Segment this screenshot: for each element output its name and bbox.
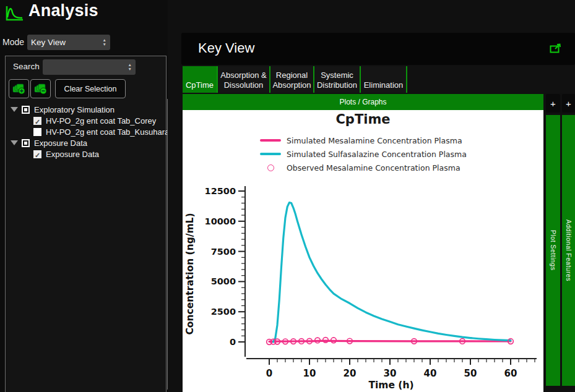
tree-item-label: Exposure Data [46, 150, 99, 159]
legend-item: Simulated Sulfasalazine Concentration Pl… [260, 147, 467, 161]
svg-text:7500: 7500 [211, 247, 236, 257]
selection-panel: Search Clear Selection [5, 56, 166, 392]
svg-text:5000: 5000 [211, 276, 236, 286]
key-view-header: Key View [181, 33, 575, 65]
svg-text:Concentration (ng/mL): Concentration (ng/mL) [184, 213, 196, 334]
clear-selection-label: Clear Selection [64, 85, 117, 93]
svg-text:10000: 10000 [205, 216, 236, 226]
svg-text:10: 10 [303, 368, 316, 379]
simulation-tree: Exploratory Simulation HV-PO_2g ent coat… [6, 104, 160, 160]
legend-item: Observed Mesalamine Concentration Plasma [260, 161, 467, 174]
svg-text:50: 50 [464, 368, 477, 379]
tree-item-exposure-data[interactable]: Exposure Data [6, 148, 160, 160]
plots-graphs-label: Plots / Graphs [339, 98, 386, 106]
svg-text:Time (h): Time (h) [368, 380, 413, 391]
legend-line-swatch [260, 153, 281, 155]
tab-absorption-dissolution[interactable]: Absorption & Dissolution [218, 66, 269, 93]
additional-features-label: Additional Features [565, 219, 573, 281]
plot-settings-label: Plot Settings [550, 230, 557, 270]
collapse-triangle-icon[interactable] [11, 140, 18, 145]
svg-text:0: 0 [230, 337, 236, 347]
plot-canvas: CpTime Simulated Mesalamine Concentratio… [183, 110, 543, 392]
mode-label: Mode [2, 37, 24, 47]
tree-group-exploratory-simulation[interactable]: Exploratory Simulation [6, 104, 160, 115]
tab-regional-absorption[interactable]: Regional Absorption [270, 66, 313, 93]
plot-settings-expand-button[interactable]: + [546, 94, 560, 113]
item-checkbox[interactable] [33, 117, 41, 125]
view-tabs: CpTime Absorption & Dissolution Regional… [183, 66, 575, 93]
concentration-time-chart: 025005000750010000125000102030405060Conc… [183, 176, 543, 392]
legend-label: Simulated Mesalamine Concentration Plasm… [287, 136, 462, 145]
chart-title: CpTime [183, 112, 543, 127]
legend-label: Simulated Sulfasalazine Concentration Pl… [287, 150, 467, 159]
item-checkbox[interactable] [33, 150, 41, 158]
clear-selection-button[interactable]: Clear Selection [55, 79, 126, 98]
chart-legend: Simulated Mesalamine Concentration Plasm… [260, 134, 467, 174]
tab-systemic-distribution[interactable]: Systemic Distribution [314, 66, 360, 93]
legend-label: Observed Mesalamine Concentration Plasma [287, 163, 460, 173]
svg-text:12500: 12500 [205, 186, 236, 196]
mode-select[interactable]: Key View [27, 35, 110, 50]
search-label: Search [13, 62, 40, 71]
tab-separator [406, 66, 407, 93]
key-view-title: Key View [198, 40, 254, 56]
tree-item-kusuhara[interactable]: HV-PO_2g ent coat Tab_Kusuhara [6, 126, 160, 137]
plot-settings-bar[interactable]: Plot Settings [546, 115, 560, 386]
mode-select-value: Key View [31, 38, 66, 47]
spinner-arrows-icon [128, 63, 132, 72]
additional-features-expand-button[interactable]: + [562, 94, 575, 113]
legend-circle-swatch [267, 164, 274, 171]
plots-graphs-bar: Plots / Graphs [183, 94, 543, 110]
tree-group-label: Exploratory Simulation [34, 105, 115, 114]
svg-text:20: 20 [344, 368, 357, 379]
collapse-triangle-icon[interactable] [11, 107, 18, 112]
add-selection-button[interactable] [9, 79, 29, 98]
remove-selection-button[interactable] [30, 79, 51, 98]
layers-remove-icon [34, 83, 48, 95]
group-checkbox[interactable] [22, 106, 30, 114]
svg-text:2500: 2500 [211, 307, 236, 317]
open-external-icon[interactable] [550, 43, 561, 54]
tree-group-exposure-data[interactable]: Exposure Data [6, 137, 160, 148]
tree-item-label: HV-PO_2g ent coat Tab_Kusuhara [46, 127, 169, 137]
svg-text:0: 0 [266, 368, 272, 379]
item-checkbox[interactable] [33, 128, 41, 136]
additional-features-bar[interactable]: Additional Features [562, 115, 575, 386]
svg-text:60: 60 [504, 368, 517, 379]
app-title: Analysis [28, 1, 98, 20]
tree-item-corey[interactable]: HV-PO_2g ent coat Tab_Corey [6, 115, 160, 126]
tree-group-label: Exposure Data [34, 138, 87, 148]
analysis-window: Analysis Mode Key View Search [0, 0, 575, 392]
search-input[interactable] [43, 59, 136, 75]
spinner-arrows-icon [103, 38, 106, 47]
tab-cptime[interactable]: CpTime [183, 66, 217, 93]
legend-item: Simulated Mesalamine Concentration Plasm… [260, 134, 467, 147]
layers-add-icon [12, 83, 26, 95]
svg-text:30: 30 [384, 368, 397, 379]
legend-line-swatch [260, 139, 281, 142]
pk-curve-icon [4, 4, 25, 22]
tree-item-label: HV-PO_2g ent coat Tab_Corey [46, 116, 156, 126]
tab-elimination[interactable]: Elimination [361, 66, 406, 93]
group-checkbox[interactable] [22, 139, 30, 147]
svg-text:40: 40 [424, 368, 437, 379]
